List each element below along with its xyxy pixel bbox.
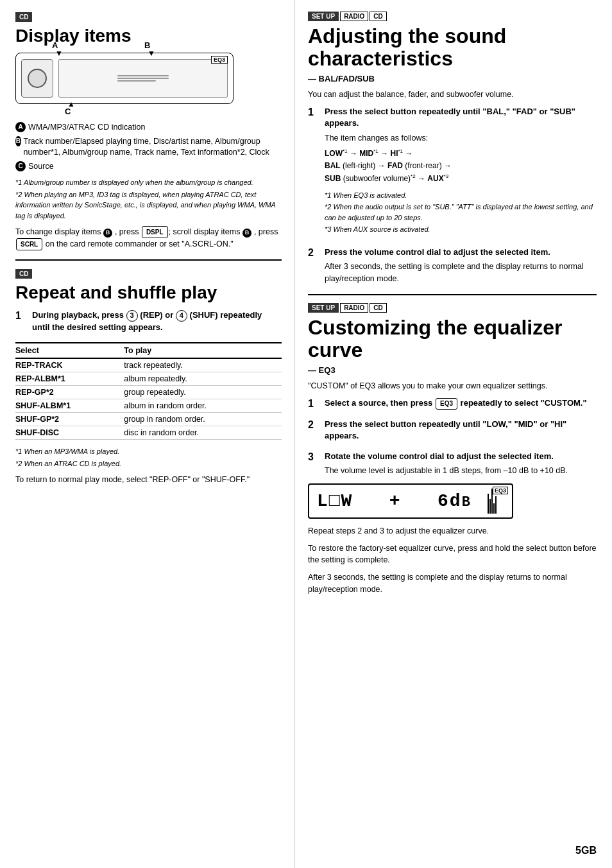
display-footnotes: *1 Album/group number is displayed only …	[15, 177, 282, 221]
repeat-shuffle-title: Repeat and shuffle play	[15, 282, 282, 303]
table-row: REP-TRACKtrack repeatedly.	[15, 358, 282, 372]
table-cell-select-2: REP-GP*2	[15, 386, 124, 399]
eq-step-1-content: Select a source, then press EQ3 repeated…	[325, 397, 597, 412]
device-line-1	[117, 75, 169, 76]
table-row: REP-GP*2group repeatedly.	[15, 386, 282, 399]
adjusting-title: Adjusting the sound characteristics	[308, 25, 597, 70]
circle-b-inline-2: B	[242, 229, 251, 238]
display-item-c-text: Source	[28, 161, 54, 173]
device-knob-area	[21, 59, 53, 98]
arrow-a: ▼	[55, 49, 63, 58]
device-eq-tag: EQ3	[211, 56, 228, 64]
step-1-content: During playback, press 3 (REP) or 4 (SHU…	[32, 309, 282, 336]
flow-text: LOW*1 → MID*1 → HI*1 → BAL (left-right) …	[325, 148, 597, 185]
repeat-footnotes: *1 When an MP3/WMA is played. *2 When an…	[15, 446, 282, 469]
eq-step-1-title: Select a source, then press EQ3 repeated…	[325, 397, 597, 410]
device-lines	[117, 75, 169, 82]
eq-step-num-1: 1	[308, 397, 322, 411]
table-cell-play-0: track repeatedly.	[124, 358, 282, 372]
flow-fn-3: *3 When AUX source is activated.	[325, 224, 597, 235]
setup-tag: SET UP	[308, 12, 339, 21]
table-row: SHUF-GP*2group in random order.	[15, 413, 282, 426]
adjust-step-2-title: Press the volume control dial to adjust …	[325, 247, 597, 258]
eq-tags-row: SET UP RADIO CD	[308, 303, 597, 314]
eq-setup-tag: SET UP	[308, 303, 339, 313]
eq-subtitle: — EQ3	[308, 365, 597, 375]
eq-bar-2	[489, 499, 491, 514]
adjust-step-1-title: Press the select button repeatedly until…	[325, 106, 597, 129]
eq-step-1: 1 Select a source, then press EQ3 repeat…	[308, 397, 597, 412]
eq-radio-tag: RADIO	[340, 303, 368, 313]
footnote-2: *2 When playing an MP3, ID3 tag is displ…	[15, 189, 282, 221]
eq3-button: EQ3	[436, 398, 457, 410]
table-cell-select-3: SHUF-ALBM*1	[15, 399, 124, 413]
repeat-shuffle-section: CD Repeat and shuffle play 1 During play…	[15, 268, 282, 486]
radio-tag: RADIO	[340, 12, 368, 21]
footnote-1: *1 Album/group number is displayed only …	[15, 177, 282, 188]
adjust-step-num-1: 1	[308, 106, 322, 119]
device-diagram-wrapper: EQ3 A B ▼ ▼ C ▲	[15, 53, 282, 104]
display-items-list: A WMA/MP3/ATRAC CD indication B Track nu…	[15, 122, 282, 172]
table-cell-play-1: album repeatedly.	[124, 372, 282, 386]
eq-step-3: 3 Rotate the volume control dial to adju…	[308, 451, 597, 477]
cd-tag-repeat: CD	[15, 269, 32, 279]
circle-c: C	[15, 161, 26, 171]
eq-bar-4	[493, 503, 495, 514]
table-cell-select-1: REP-ALBM*1	[15, 372, 124, 386]
eq-title: Customizing the equalizer curve	[308, 317, 597, 361]
table-cell-play-2: group repeatedly.	[124, 386, 282, 399]
arrow-b: ▼	[148, 49, 155, 58]
display-item-b: B Track number/Elapsed playing time, Dis…	[15, 136, 282, 159]
device-diagram: EQ3 A B ▼ ▼ C ▲	[15, 53, 234, 104]
btn-4: 4	[176, 310, 187, 322]
eq-bar-5	[495, 496, 497, 514]
circle-a: A	[15, 122, 26, 132]
eq-intro: "CUSTOM" of EQ3 allows you to make your …	[308, 380, 597, 392]
play-table-body: REP-TRACKtrack repeatedly.REP-ALBM*1albu…	[15, 358, 282, 440]
scrl-button: SCRL	[16, 238, 42, 250]
adjusting-sound-section: SET UP RADIO CD Adjusting the sound char…	[308, 12, 597, 285]
display-item-a: A WMA/MP3/ATRAC CD indication	[15, 122, 282, 134]
adjusting-intro: You can adjust the balance, fader, and s…	[308, 89, 597, 101]
eq-cd-tag: CD	[370, 303, 386, 313]
left-column: CD Display items EQ3	[0, 0, 295, 868]
eq-step-3-title: Rotate the volume control dial to adjust…	[325, 451, 597, 462]
table-cell-play-5: disc in random order.	[124, 426, 282, 440]
adjust-step-1-content: Press the select button repeatedly until…	[325, 106, 597, 240]
eq-step-2-content: Press the select button repeatedly until…	[325, 419, 597, 444]
eq-display-text: L□W + 6dB	[317, 491, 472, 511]
eq-step-num-3: 3	[308, 451, 322, 464]
circle-b: B	[15, 136, 21, 146]
table-cell-play-3: album in random order.	[124, 399, 282, 413]
repeat-body: To return to normal play mode, select "R…	[15, 474, 282, 486]
table-header-row: Select To play	[15, 343, 282, 358]
after-display-3: After 3 seconds, the setting is complete…	[308, 571, 597, 596]
eq-display: L□W + 6dB EQ3	[308, 483, 513, 519]
after-display-1: Repeat steps 2 and 3 to adjust the equal…	[308, 525, 597, 537]
adjusting-tags-row: SET UP RADIO CD	[308, 12, 597, 22]
arrow-c: ▲	[67, 100, 75, 108]
adjust-step-2-body: After 3 seconds, the setting is complete…	[325, 261, 597, 285]
eq-step-2-title: Press the select button repeatedly until…	[325, 419, 597, 442]
eq-step-2: 2 Press the select button repeatedly unt…	[308, 419, 597, 444]
table-row: SHUF-DISCdisc in random order.	[15, 426, 282, 440]
step-1-repeat: 1 During playback, press 3 (REP) or 4 (S…	[15, 309, 282, 336]
adjust-step-1: 1 Press the select button repeatedly unt…	[308, 106, 597, 240]
device-line-2	[117, 78, 169, 79]
eq-step-3-body: The volume level is adjustable in 1 dB s…	[325, 465, 597, 477]
adjust-step-2: 2 Press the volume control dial to adjus…	[308, 247, 597, 285]
display-body: To change display items B, press DSPL; s…	[15, 226, 282, 250]
display-item-b-text: Track number/Elapsed playing time, Disc/…	[24, 136, 282, 159]
adjust-step-2-content: Press the volume control dial to adjust …	[325, 247, 597, 285]
flow-line-2: BAL (left-right) → FAD (front-rear) →	[325, 160, 597, 172]
display-item-a-text: WMA/MP3/ATRAC CD indication	[28, 122, 145, 134]
btn-3: 3	[126, 310, 138, 322]
divider-1	[15, 259, 282, 261]
dspl-button: DSPL	[142, 226, 168, 238]
table-row: REP-ALBM*1album repeatedly.	[15, 372, 282, 386]
play-table: Select To play REP-TRACKtrack repeatedly…	[15, 342, 282, 440]
display-items-section: CD Display items EQ3	[15, 12, 282, 250]
table-cell-select-5: SHUF-DISC	[15, 426, 124, 440]
eq-bar-3	[491, 489, 493, 514]
step-num-1: 1	[15, 309, 30, 323]
